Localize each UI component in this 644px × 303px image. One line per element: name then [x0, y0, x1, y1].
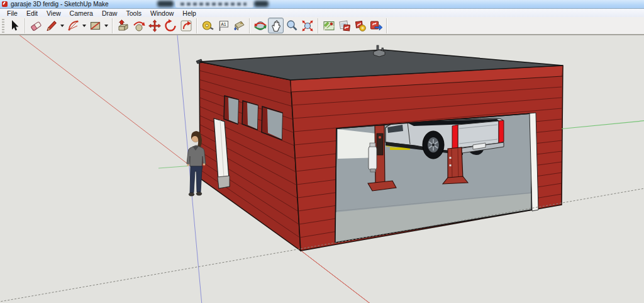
zoom-extents-icon	[301, 19, 314, 33]
followme-icon	[132, 19, 146, 33]
get-models-button[interactable]	[336, 18, 352, 33]
menu-tools[interactable]: Tools	[121, 9, 146, 17]
zoom-icon	[285, 19, 299, 33]
text-tool-icon: A1	[216, 19, 230, 33]
zoom-tool-button[interactable]	[284, 18, 299, 33]
title-bar[interactable]: garasje 3D ferdig - SketchUp Make	[0, 0, 644, 9]
toolbar-grip[interactable]	[2, 19, 4, 33]
send-to-layout-button[interactable]	[368, 18, 384, 33]
sketchup-logo-icon	[2, 1, 8, 7]
taillight-right	[499, 120, 504, 143]
toolbar-separator	[249, 18, 250, 33]
tape-measure-icon	[201, 19, 214, 33]
paint-bucket-button[interactable]	[231, 18, 247, 33]
blurred-overlay	[157, 1, 174, 7]
pan-hand-icon	[269, 19, 283, 33]
window-title: garasje 3D ferdig - SketchUp Make	[11, 0, 109, 8]
tape-measure-button[interactable]	[199, 18, 215, 33]
model-canvas[interactable]	[0, 35, 644, 303]
menu-view[interactable]: View	[42, 9, 65, 17]
rectangle-tool-button[interactable]	[87, 18, 103, 33]
main-toolbar: A1	[0, 17, 644, 35]
zoom-extents-button[interactable]	[299, 18, 315, 33]
select-tool-button[interactable]	[6, 18, 22, 33]
select-arrow-icon	[8, 19, 21, 33]
toolbar-separator	[112, 18, 113, 33]
rotate-icon	[164, 19, 177, 33]
text-tool-button[interactable]: A1	[215, 18, 231, 33]
paint-bucket-icon	[232, 19, 246, 33]
move-icon	[148, 19, 162, 33]
orbit-icon	[253, 19, 267, 33]
pencil-icon	[45, 19, 58, 33]
rectangle-icon	[89, 19, 103, 33]
menu-window[interactable]: Window	[146, 9, 178, 17]
blurred-overlay	[175, 1, 253, 8]
rotate-tool-button[interactable]	[162, 18, 178, 33]
menu-edit[interactable]: Edit	[22, 9, 42, 17]
toolbar-separator	[196, 18, 197, 33]
followme-tool-button[interactable]	[131, 18, 147, 33]
blurred-overlay	[254, 1, 269, 7]
toolbar-separator	[386, 18, 387, 33]
line-tool-dropdown[interactable]	[59, 18, 65, 33]
arc-icon	[67, 19, 80, 33]
viewport[interactable]	[0, 35, 644, 303]
add-location-button[interactable]	[321, 18, 336, 33]
eraser-tool-button[interactable]	[28, 18, 43, 33]
sketchup-window: { "window": { "title": "garasje 3D ferdi…	[0, 0, 644, 303]
svg-text:A1: A1	[221, 21, 226, 26]
toolbar-separator	[25, 18, 25, 33]
menu-file[interactable]: File	[3, 9, 22, 17]
taillight-left	[452, 125, 458, 149]
eraser-icon	[29, 19, 43, 33]
pushpull-icon	[116, 19, 130, 33]
toolbar-separator	[318, 18, 318, 33]
offset-tool-button[interactable]	[178, 18, 194, 33]
send-to-layout-icon	[369, 19, 383, 33]
offset-icon	[179, 19, 193, 33]
line-tool-button[interactable]	[43, 18, 59, 33]
menu-help[interactable]: Help	[178, 9, 201, 17]
rectangle-tool-dropdown[interactable]	[103, 18, 109, 33]
menu-camera[interactable]: Camera	[65, 9, 97, 17]
extension-warehouse-icon	[353, 19, 367, 33]
move-tool-button[interactable]	[147, 18, 162, 33]
lift-cylinder	[369, 146, 377, 170]
add-location-icon	[322, 19, 336, 33]
extension-warehouse-button[interactable]	[352, 18, 368, 33]
menu-draw[interactable]: Draw	[97, 9, 122, 17]
orbit-tool-button[interactable]	[252, 18, 268, 33]
arc-tool-button[interactable]	[65, 18, 81, 33]
truck-wheel	[423, 131, 444, 159]
get-models-icon	[338, 19, 352, 33]
menu-bar: File Edit View Camera Draw Tools Window …	[0, 9, 644, 17]
pushpull-tool-button[interactable]	[115, 18, 131, 33]
pan-tool-button[interactable]	[268, 18, 284, 33]
arc-tool-dropdown[interactable]	[81, 18, 87, 33]
